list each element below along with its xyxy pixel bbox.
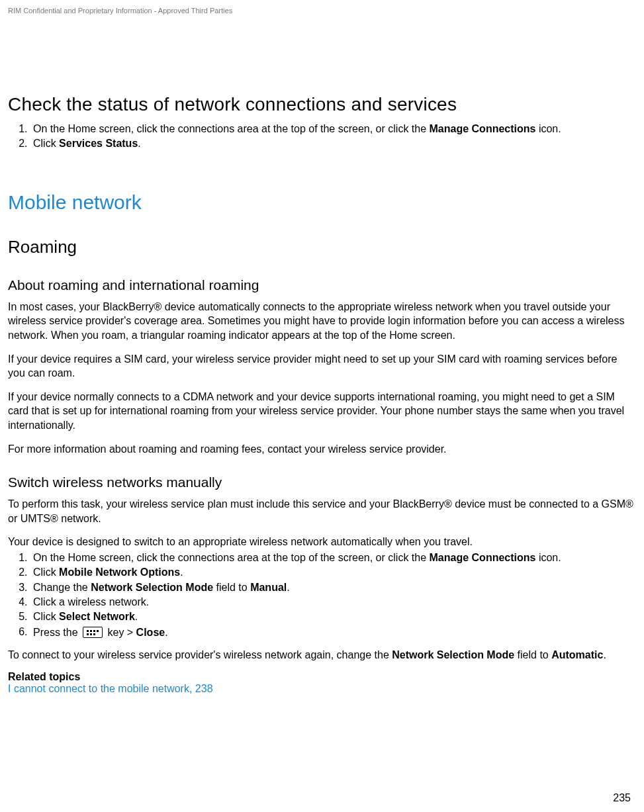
page-number: 235 <box>613 792 631 804</box>
switch-networks-steps: On the Home screen, click the connection… <box>8 551 636 640</box>
paragraph: To perform this task, your wireless serv… <box>8 497 636 525</box>
paragraph: Your device is designed to switch to an … <box>8 535 636 549</box>
step-item: Click a wireless network. <box>30 595 636 609</box>
step-item: Change the Network Selection Mode field … <box>30 580 636 595</box>
step-item: Click Mobile Network Options. <box>30 565 636 580</box>
menu-key-icon <box>83 627 103 638</box>
step-item: On the Home screen, click the connection… <box>30 551 636 565</box>
step-item: On the Home screen, click the connection… <box>30 122 636 136</box>
heading-about-roaming: About roaming and international roaming <box>8 277 636 293</box>
paragraph: For more information about roaming and r… <box>8 442 636 457</box>
paragraph: If your device normally connects to a CD… <box>8 390 636 433</box>
check-status-steps: On the Home screen, click the connection… <box>8 122 636 152</box>
step-item: Click Select Network. <box>30 609 636 624</box>
heading-switch-networks: Switch wireless networks manually <box>8 474 636 490</box>
related-topic-link[interactable]: I cannot connect to the mobile network, … <box>8 683 636 695</box>
related-topics-label: Related topics <box>8 671 636 683</box>
confidential-header: RIM Confidential and Proprietary Informa… <box>8 7 636 15</box>
subsection-roaming: Roaming <box>8 237 636 257</box>
section-title-mobile-network: Mobile network <box>8 191 636 214</box>
step-item: Click Services Status. <box>30 136 636 151</box>
paragraph: If your device requires a SIM card, your… <box>8 352 636 381</box>
section-title-check-status: Check the status of network connections … <box>8 94 636 115</box>
paragraph: To connect to your wireless service prov… <box>8 648 636 662</box>
step-item: Press the key > Close. <box>30 625 636 640</box>
paragraph: In most cases, your BlackBerry® device a… <box>8 300 636 343</box>
